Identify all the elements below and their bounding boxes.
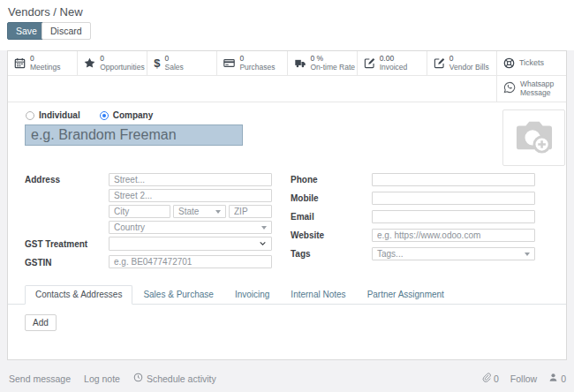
control-panel: Vendors / New Save Discard: [0, 0, 574, 50]
tags-placeholder: Tags...: [377, 249, 403, 259]
truck-icon: [294, 57, 306, 69]
attachments-count: 0: [494, 373, 499, 384]
stat-text: Tickets: [519, 58, 544, 67]
radio-circle: [26, 111, 34, 120]
address-label: Address: [25, 175, 60, 185]
stat-label: Invoiced: [380, 64, 408, 72]
discard-button[interactable]: Discard: [42, 22, 91, 40]
stat-button-vendor-bills[interactable]: 0Vendor Bills: [427, 51, 497, 75]
gst-treatment-label: GST Treatment: [25, 239, 87, 249]
stat-text: 0.00Invoiced: [380, 55, 408, 72]
gstin-input[interactable]: [109, 255, 272, 268]
dollar-icon: $: [154, 57, 160, 69]
vendor-name-input[interactable]: [25, 124, 243, 146]
email-input[interactable]: [372, 210, 535, 223]
vendor-form-page: Vendors / New Save Discard 0Meetings0Opp…: [0, 0, 574, 392]
whatsapp-icon: [503, 81, 516, 96]
chevron-down-icon: [261, 226, 267, 230]
email-label: Email: [291, 212, 314, 222]
follow-button[interactable]: Follow: [510, 373, 537, 384]
breadcrumb[interactable]: Vendors / New: [8, 5, 83, 19]
country-select[interactable]: Country: [109, 221, 272, 234]
chevron-down-icon: [215, 210, 221, 214]
stat-text: 0Meetings: [30, 55, 61, 72]
log-note-link[interactable]: Log note: [84, 373, 120, 384]
clock-icon: [133, 373, 143, 384]
chatter-bar: Send message Log note Schedule activity …: [0, 360, 574, 392]
stat-label: On-time Rate: [311, 64, 351, 72]
stat-text: 0Purchases: [239, 55, 275, 72]
lifebuoy-icon: [503, 57, 515, 69]
website-input[interactable]: [372, 229, 535, 242]
country-select-value: Country: [114, 222, 145, 232]
send-message-link[interactable]: Send message: [9, 373, 71, 384]
schedule-activity-label: Schedule activity: [147, 373, 216, 384]
tab-internal-notes[interactable]: Internal Notes: [280, 285, 356, 305]
followers-button[interactable]: 0: [548, 373, 566, 384]
stat-button-opportunities[interactable]: 0Opportunities: [78, 51, 147, 75]
company-type-radio-group: IndividualCompany: [26, 110, 153, 120]
website-label: Website: [291, 230, 324, 240]
stat-text: 0Opportunities: [100, 55, 140, 72]
stat-label: Opportunities: [100, 64, 140, 72]
stat-button-sales[interactable]: $0Sales: [147, 51, 217, 75]
phone-label: Phone: [291, 175, 318, 185]
tab-invoicing[interactable]: Invoicing: [224, 285, 280, 305]
stat-text: 0 %On-time Rate: [311, 55, 351, 72]
whatsapp-message-label: Whatsapp Message: [520, 80, 560, 98]
stat-label: Vendor Bills: [449, 64, 489, 72]
stat-button-invoiced[interactable]: 0.00Invoiced: [358, 51, 427, 75]
add-button[interactable]: Add: [25, 314, 57, 331]
tags-label: Tags: [291, 249, 311, 259]
save-button[interactable]: Save: [7, 22, 46, 40]
stat-label: Tickets: [519, 58, 544, 67]
gst-treatment-select[interactable]: [109, 237, 272, 251]
chevron-down-icon: [525, 253, 530, 256]
tags-select[interactable]: Tags...: [372, 247, 535, 260]
gstin-label: GSTIN: [25, 258, 52, 268]
tab-contacts-addresses[interactable]: Contacts & Addresses: [25, 285, 132, 305]
pencil-square-icon: [364, 57, 375, 69]
followers-count: 0: [561, 373, 566, 384]
form-card: 0Meetings0Opportunities$0Sales0Purchases…: [7, 50, 567, 360]
stat-button-meetings[interactable]: 0Meetings: [8, 51, 78, 75]
state-select[interactable]: State: [173, 205, 226, 218]
camera-plus-icon: [514, 117, 555, 158]
secondary-button-row: Whatsapp Message: [8, 76, 566, 102]
mobile-input[interactable]: [372, 192, 535, 205]
calendar-icon: [14, 57, 26, 69]
city-input[interactable]: [109, 205, 170, 218]
form-body: IndividualCompany Address State: [8, 103, 566, 359]
stat-button-purchases[interactable]: 0Purchases: [217, 51, 287, 75]
stat-label: Purchases: [239, 64, 275, 72]
photo-upload-box[interactable]: [502, 109, 565, 166]
credit-card-icon: [223, 57, 235, 69]
mobile-label: Mobile: [291, 193, 319, 203]
whatsapp-message-button[interactable]: Whatsapp Message: [496, 76, 566, 102]
phone-input[interactable]: [372, 173, 535, 186]
attachments-button[interactable]: 0: [481, 373, 499, 384]
radio-individual[interactable]: Individual: [26, 110, 80, 120]
radio-label: Company: [113, 110, 154, 120]
notebook-tabs: Contacts & AddressesSales & PurchaseInvo…: [8, 286, 566, 305]
stat-button-row: 0Meetings0Opportunities$0Sales0Purchases…: [8, 51, 566, 76]
star-icon: [84, 57, 95, 69]
stat-button-on-time-rate[interactable]: 0 %On-time Rate: [288, 51, 358, 75]
schedule-activity-link[interactable]: Schedule activity: [133, 373, 216, 384]
radio-company[interactable]: Company: [100, 110, 154, 120]
tab-partner-assignment[interactable]: Partner Assignment: [357, 285, 455, 305]
radio-circle: [100, 111, 109, 120]
street2-input[interactable]: [109, 189, 272, 202]
state-select-value: State: [178, 207, 199, 216]
stat-label: Meetings: [30, 64, 61, 72]
street-input[interactable]: [109, 173, 272, 186]
chevron-down-icon: [259, 239, 267, 249]
tab-sales-purchase[interactable]: Sales & Purchase: [132, 285, 224, 305]
stat-text: 0Sales: [164, 55, 183, 72]
zip-input[interactable]: [229, 205, 272, 218]
radio-label: Individual: [39, 110, 80, 120]
stat-label: Sales: [164, 64, 183, 72]
stat-button-tickets[interactable]: Tickets: [497, 51, 566, 75]
paperclip-icon: [481, 373, 491, 384]
stat-text: 0Vendor Bills: [449, 55, 489, 72]
